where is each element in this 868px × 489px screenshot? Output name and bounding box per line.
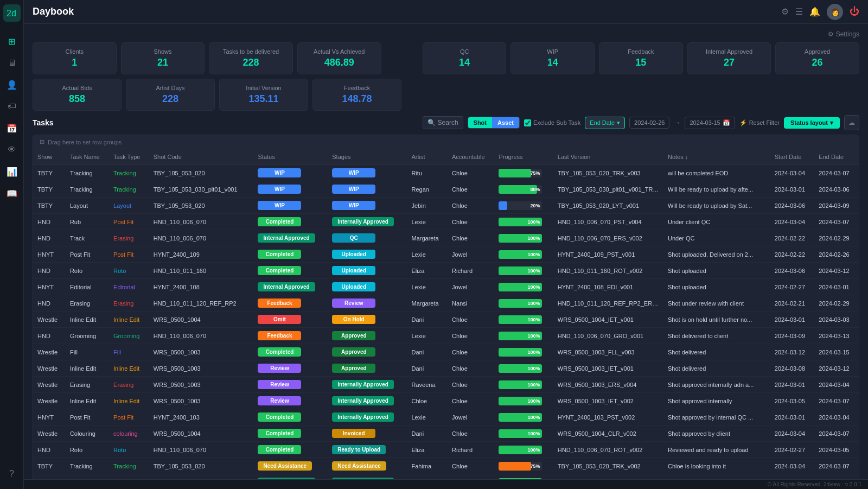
- cell-stages: Internally Approved: [328, 409, 407, 426]
- table-row[interactable]: Wrestle Inline Edit Inline Edit WRS_0500…: [33, 360, 859, 377]
- table-row[interactable]: HND Roto Roto HND_110_006_070 Completed …: [33, 442, 859, 458]
- cell-start-date: 2024-03-08: [770, 360, 815, 377]
- cell-status: Completed: [253, 409, 328, 426]
- table-row[interactable]: HND Track Erasing HND_110_006_070 Intern…: [33, 230, 859, 246]
- sidebar-item-calendar[interactable]: 📅: [2, 118, 22, 138]
- topbar: Daybook ⚙ ☰ 🔔 👩 ⏻: [24, 0, 868, 24]
- table-row[interactable]: HND Erasing Erasing HND_110_011_120_REF_…: [33, 295, 859, 312]
- table-row[interactable]: Wrestle Erasing Erasing WRS_0500_1003 Re…: [33, 377, 859, 393]
- cell-shot-code: WRS_0500_1004: [149, 312, 254, 328]
- table-row[interactable]: Wrestle Colouring colouring WRS_0500_100…: [33, 426, 859, 442]
- cell-task-type: Tracking: [109, 181, 149, 198]
- toggle-asset[interactable]: Asset: [492, 117, 519, 128]
- table-row[interactable]: HNYT Post Fit Post Fit HYNT_2400_109 Com…: [33, 246, 859, 263]
- table-row[interactable]: HND Grooming Grooming HND_110_006_070 Fe…: [33, 328, 859, 344]
- cell-task-type: Post Fit: [109, 246, 149, 263]
- cell-status: Completed: [253, 263, 328, 279]
- cell-artist: Regan: [407, 181, 448, 198]
- cell-last-version: TBY_105_053_020_LYT_v001: [553, 198, 663, 214]
- cell-artist: Lexie: [407, 328, 448, 344]
- table-row[interactable]: HNYT Post Fit Post Fit HYNT_2400_103 Com…: [33, 409, 859, 426]
- cell-start-date: 2024-02-27: [770, 279, 815, 295]
- cell-stages: WIP: [328, 165, 407, 181]
- sidebar-item-grid[interactable]: ⊞: [2, 31, 22, 51]
- cell-stages: Approved: [328, 360, 407, 377]
- table-row[interactable]: HND Rub Post Fit HND_110_006_070 Complet…: [33, 214, 859, 230]
- cell-notes: Under client QC: [663, 214, 770, 230]
- cell-task-name: Roto: [66, 442, 109, 458]
- table-row[interactable]: TBTY Layout Layout TBY_105_053_020 WIP W…: [33, 198, 859, 214]
- sidebar-item-help[interactable]: ?: [2, 464, 22, 484]
- cell-status: Feedback: [253, 295, 328, 312]
- sidebar-item-chart[interactable]: 📊: [2, 162, 22, 181]
- status-layout-button[interactable]: Status layout ▾: [784, 117, 840, 129]
- cell-task-type: Inline Edit: [109, 393, 149, 409]
- table-body: TBTY Tracking Tracking TBY_105_053_020 W…: [33, 165, 859, 490]
- grid-icon[interactable]: ☰: [795, 7, 803, 17]
- sidebar-item-users[interactable]: 👤: [2, 75, 22, 94]
- table-row[interactable]: HND Roto Roto HND_110_011_160 Completed …: [33, 263, 859, 279]
- table-row[interactable]: Wrestle Inline Edit Inline Edit WRS_0500…: [33, 312, 859, 328]
- stat-actual-achieved: Actual Vs Achieved 486.89: [297, 42, 381, 74]
- app-logo[interactable]: 2d: [3, 4, 21, 22]
- col-stages: Stages: [328, 149, 407, 165]
- search-box[interactable]: 🔍 Search: [423, 116, 463, 129]
- cell-artist: Fahima: [407, 458, 448, 474]
- cell-artist: Ritu: [407, 165, 448, 181]
- cell-shot-code: HYNT_2400_108: [149, 279, 254, 295]
- cell-progress: 100%: [494, 328, 553, 344]
- cell-notes: Shot approved internally adn a...: [663, 377, 770, 393]
- date-to[interactable]: 2024-03-15 📅: [685, 117, 735, 129]
- table-row[interactable]: Wrestle Fill Fill WRS_0500_1003 Complete…: [33, 344, 859, 360]
- stat-qc: QC 14: [423, 42, 507, 74]
- toggle-shot[interactable]: Shot: [468, 117, 492, 128]
- cell-progress: 100%: [494, 426, 553, 442]
- cell-notes: Shot uploaded: [663, 263, 770, 279]
- settings-icon[interactable]: ⚙: [781, 7, 789, 17]
- cell-task-type: Erasing: [109, 377, 149, 393]
- cell-artist: Lexie: [407, 279, 448, 295]
- avatar[interactable]: 👩: [827, 4, 843, 20]
- table-row[interactable]: HNYT Editorial Editorial HYNT_2400_108 I…: [33, 279, 859, 295]
- cell-artist: Eliza: [407, 263, 448, 279]
- bell-icon[interactable]: 🔔: [809, 7, 820, 17]
- cell-end-date: 2024-03-05: [814, 442, 859, 458]
- cell-artist: Dani: [407, 312, 448, 328]
- cell-progress: 100%: [494, 279, 553, 295]
- cell-artist: Eliza: [407, 442, 448, 458]
- end-date-filter[interactable]: End Date ▾: [585, 117, 625, 129]
- close-icon[interactable]: ⏻: [850, 6, 859, 17]
- sidebar-item-eye[interactable]: 👁: [2, 140, 22, 160]
- search-label: Search: [438, 119, 458, 126]
- cell-accountable: Chloe: [448, 214, 494, 230]
- reset-filter-button[interactable]: ⚡ Reset Filter: [739, 119, 780, 126]
- cell-end-date: 2024-03-07: [814, 426, 859, 442]
- table-row[interactable]: TBTY Tracking Tracking TBY_105_053_020 N…: [33, 458, 859, 474]
- sidebar-item-tag[interactable]: 🏷: [2, 97, 22, 116]
- date-to-value: 2024-03-15: [690, 119, 720, 126]
- cell-show: HNYT: [33, 246, 66, 263]
- exclude-subtask-checkbox[interactable]: Exclude Sub Task: [524, 119, 580, 126]
- cell-accountable: Chloe: [448, 165, 494, 181]
- sidebar-item-monitor[interactable]: 🖥: [2, 53, 22, 73]
- cloud-icon-button[interactable]: ☁: [844, 115, 859, 130]
- cell-task-type: Layout: [109, 198, 149, 214]
- table-row[interactable]: TBTY Tracking Tracking TBY_105_053_030_p…: [33, 181, 859, 198]
- cell-status: Completed: [253, 426, 328, 442]
- cell-end-date: 2024-02-29: [814, 295, 859, 312]
- table-row[interactable]: TBTY Tracking Tracking TBY_105_053_020 W…: [33, 165, 859, 181]
- date-from[interactable]: 2024-02-26: [629, 117, 669, 129]
- cell-notes: Will be ready to upload by Sat...: [663, 198, 770, 214]
- cell-task-name: Inline Edit: [66, 393, 109, 409]
- cell-start-date: 2024-03-09: [770, 328, 815, 344]
- cell-accountable: Richard: [448, 263, 494, 279]
- cell-last-version: WRS_0500_1004_CLR_v002: [553, 426, 663, 442]
- table-row[interactable]: Wrestle Inline Edit Inline Edit WRS_0500…: [33, 393, 859, 409]
- cell-accountable: Chloe: [448, 458, 494, 474]
- cell-end-date: 2024-03-04: [814, 377, 859, 393]
- cell-notes: Shot uploaded: [663, 279, 770, 295]
- cell-status: WIP: [253, 181, 328, 198]
- cell-artist: Margareta: [407, 230, 448, 246]
- settings-button[interactable]: ⚙ Settings: [828, 30, 859, 38]
- sidebar-item-book[interactable]: 📖: [2, 183, 22, 203]
